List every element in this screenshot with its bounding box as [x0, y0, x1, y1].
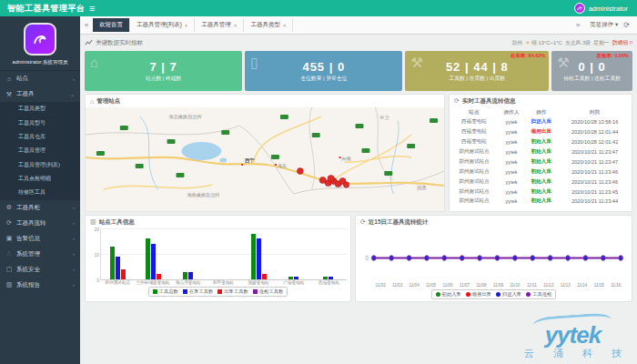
bar-工具总数 — [183, 272, 187, 279]
sidebar-subitem-6[interactable]: 待修区工具 — [0, 186, 80, 199]
tabs-scroll-left-icon[interactable]: « — [80, 21, 93, 29]
flow-user: yytek — [499, 167, 524, 177]
bank-icon: ⌂ — [5, 76, 13, 82]
chevron-icon: › — [73, 220, 75, 226]
table-row: 西福变电站yytek领用出库2020/10/28 12:01:44 — [450, 127, 632, 137]
flow-user: yytek — [499, 147, 524, 157]
sidebar-item-5[interactable]: ∴系统管理› — [0, 247, 80, 262]
bar-group — [136, 229, 172, 280]
refresh-icon[interactable]: ⟳ — [360, 218, 366, 226]
image-icon: ▣ — [5, 235, 13, 242]
tab-bar: « 欢迎首页工器具管理(列表)×工器具管理×工器具类型× » 页签操作 ▾ ⟳ — [80, 16, 637, 35]
sidebar-item-7[interactable]: ▥系统报告› — [0, 278, 80, 293]
swirl-icon — [31, 30, 49, 48]
line-chart-panel: ⟳ 近15日工器具流转统计 0 11/0211/0311/0411/0511/0… — [355, 215, 632, 302]
flow-op: 初始入库 — [524, 157, 558, 167]
flow-user: yytek — [499, 187, 524, 197]
swirl-icon — [576, 5, 583, 12]
chevron-icon: › — [73, 205, 75, 210]
sidebar-item-0[interactable]: ⌂站点› — [0, 71, 80, 86]
kpi-label: 仓位数量 | 异常仓位 — [250, 75, 397, 83]
legend-swatch — [526, 292, 531, 297]
bar-在库工具数 — [257, 238, 261, 279]
line-x-label: 11/06 — [440, 283, 456, 288]
sidebar-subitem-4[interactable]: 工器具管理(列表) — [0, 158, 80, 172]
tab-close-icon[interactable]: × — [283, 23, 287, 28]
kpi-section-title: 关键数据实时指标 — [96, 39, 143, 47]
tab-label: 工器具管理 — [201, 21, 231, 29]
legend-item[interactable]: 出库工具数 — [217, 288, 248, 295]
bar-工具总数 — [251, 234, 256, 279]
table-row: 西福变电站yytek归还入库2020/10/28 13:58:16 — [450, 117, 632, 127]
table-row: 郑州测试站点yytek初始入库2020/10/21 11:23:44 — [450, 197, 632, 207]
table-row: 郑州测试站点yytek初始入库2020/10/21 11:23:45 — [450, 187, 632, 197]
flow-site: 西福变电站 — [450, 117, 499, 127]
line-x-label: 11/02 — [372, 283, 389, 288]
tab-close-icon[interactable]: × — [185, 23, 188, 28]
profile-avatar[interactable] — [24, 23, 56, 56]
flow-time: 2020/10/28 13:58:16 — [558, 117, 632, 127]
legend-item[interactable]: 工具总数 — [153, 288, 178, 295]
sidebar-item-2[interactable]: ⚙工器具柜› — [0, 200, 80, 216]
sidebar-item-1[interactable]: ⚒工器具⌄ — [0, 86, 80, 102]
sidebar-subitem-2[interactable]: 工器具仓库 — [0, 130, 80, 144]
flow-op: 初始入库 — [524, 177, 558, 187]
line-chart-legend[interactable]: 初始入库领用出库归还入库工具送检 — [431, 289, 557, 299]
chevron-icon: ⌄ — [70, 91, 75, 97]
tab-label: 工器具类型 — [250, 21, 280, 29]
tab-item-3[interactable]: 工器具类型× — [244, 18, 293, 32]
tab-refresh-icon[interactable]: ⟳ — [623, 21, 630, 29]
legend-item[interactable]: 初始入库 — [436, 291, 461, 298]
bar-x-label: 广场变电站 — [277, 280, 312, 285]
sidebar-item-label: 工器具流转 — [16, 219, 46, 228]
tab-operations-dropdown[interactable]: 页签操作 ▾ — [590, 21, 618, 29]
sidebar-subitem-0[interactable]: 工器具类型 — [0, 102, 80, 116]
table-row: 郑州测试站点yytek初始入库2020/10/21 11:23:46 — [450, 167, 632, 177]
tab-close-icon[interactable]: × — [234, 23, 238, 28]
flow-site: 郑州测试站点 — [450, 157, 499, 167]
chevron-icon: › — [73, 236, 75, 241]
line-x-label: 11/10 — [507, 283, 523, 288]
sidebar-subitem-1[interactable]: 工器具型号 — [0, 116, 80, 129]
user-avatar — [574, 3, 585, 14]
sidebar-subitem-3[interactable]: 工器具管理 — [0, 144, 80, 157]
sidebar-item-4[interactable]: ▣告警信息› — [0, 231, 80, 247]
tabs-scroll-right-icon[interactable]: » — [571, 21, 584, 29]
chevron-icon: › — [73, 251, 75, 257]
station-map[interactable]: 海北藏族自治州 西宁 海东 白银 中卫 海南藏族自治州 固原 — [86, 107, 444, 211]
legend-item[interactable]: 归还入库 — [496, 291, 521, 298]
share-icon: ∴ — [5, 250, 13, 258]
wrench-icon: ⚒ — [5, 91, 13, 98]
line-x-label: 11/08 — [473, 283, 490, 288]
bar-在库工具数 — [329, 277, 333, 279]
legend-item[interactable]: 在库工具数 — [183, 288, 213, 295]
kpi-rate-badge: 在库率: 84.62% — [511, 53, 546, 59]
username-label: administrator — [589, 5, 628, 13]
line-x-label: 11/12 — [541, 283, 557, 288]
sidebar-profile: administrator:系统管理员 — [0, 16, 80, 71]
kpi-label: 工具数 | 在库数 | 出库数 — [410, 75, 543, 83]
bank-icon: ⌂ — [90, 98, 94, 105]
tab-item-1[interactable]: 工器具管理(列表)× — [130, 18, 195, 32]
sidebar-item-6[interactable]: ▢系统安全› — [0, 262, 80, 278]
sidebar-item-label: 告警信息 — [16, 235, 40, 243]
flow-op: 初始入库 — [524, 147, 558, 157]
hamburger-menu-icon[interactable]: ≡ — [89, 3, 95, 14]
sidebar-subitem-5[interactable]: 工具点检明细 — [0, 172, 80, 186]
refresh-icon[interactable]: ⟳ — [454, 97, 460, 105]
legend-item[interactable]: 工具送检 — [526, 291, 551, 298]
bar-panel-title: 站点工具信息 — [99, 218, 135, 227]
bar-chart-legend[interactable]: 工具总数在库工具数出库工具数送检工具数 — [148, 287, 288, 297]
tab-home[interactable]: 欢迎首页 — [93, 18, 130, 32]
map-panel: ⌂ 管理站点 — [85, 94, 445, 212]
flow-user: yytek — [499, 157, 524, 167]
bar-groups — [101, 229, 347, 280]
tab-item-2[interactable]: 工器具管理× — [195, 18, 244, 32]
user-menu[interactable]: administrator — [574, 3, 637, 14]
tabs-strip: 欢迎首页工器具管理(列表)×工器具管理×工器具类型× — [93, 18, 293, 32]
legend-item[interactable]: 送检工具数 — [253, 288, 283, 295]
sidebar-item-label: 工器具柜 — [16, 204, 40, 212]
legend-item[interactable]: 领用出库 — [466, 291, 491, 298]
profile-name: administrator:系统管理员 — [0, 59, 80, 66]
sidebar-item-3[interactable]: ⟳工器具流转› — [0, 216, 80, 231]
